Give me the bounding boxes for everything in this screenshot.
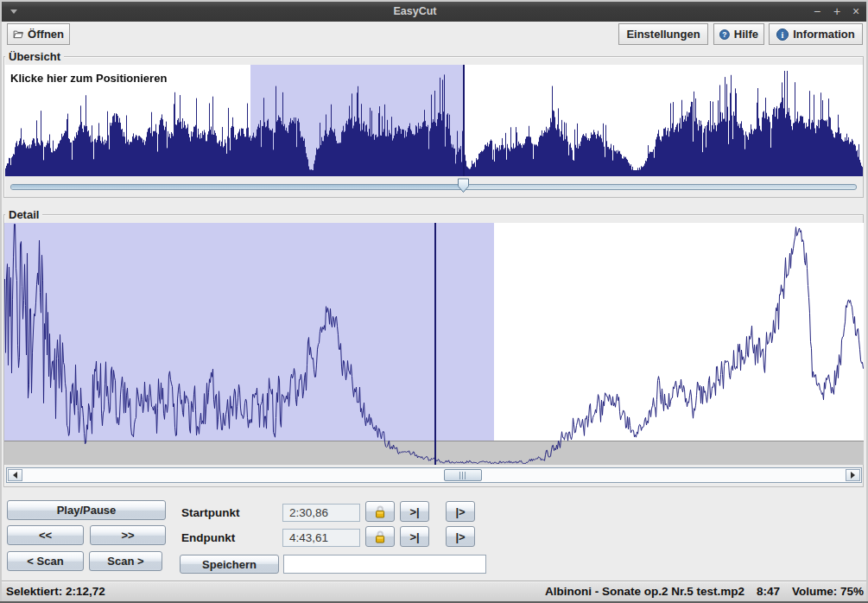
detail-group-label: Detail (5, 208, 42, 221)
right-arrow-icon (851, 472, 855, 479)
window-border-top (0, 0, 868, 2)
position-slider[interactable] (10, 184, 857, 190)
overview-cursor (463, 65, 465, 176)
status-track-name: Albinoni - Sonate op.2 Nr.5 test.mp2 (545, 585, 744, 598)
detail-waveform-panel[interactable] (4, 223, 864, 465)
scan-right-button[interactable]: Scan > (89, 551, 162, 571)
overview-hint: Klicke hier zum Positionieren (10, 72, 167, 85)
forward-button[interactable]: >> (90, 525, 166, 545)
help-icon: ? (719, 29, 730, 41)
open-button-label: Öffnen (28, 28, 64, 41)
app-window: EasyCut − + × Öffnen Einstellungen ? Hil… (0, 0, 868, 603)
endpoint-label: Endpunkt (181, 531, 235, 544)
svg-text:?: ? (722, 29, 726, 38)
scan-left-button[interactable]: < Scan (7, 551, 84, 571)
status-right: Albinoni - Sonate op.2 Nr.5 test.mp2 8:4… (545, 585, 864, 598)
maximize-button[interactable]: + (829, 3, 845, 19)
svg-text:i: i (782, 29, 784, 39)
left-arrow-icon (13, 472, 17, 479)
overview-group-label: Übersicht (5, 50, 64, 63)
status-bar: Selektiert: 2:12,72 Albinoni - Sonate op… (2, 581, 866, 601)
startpoint-lock-button[interactable] (365, 501, 395, 522)
status-volume: Volume: 75% (792, 585, 864, 598)
minimize-button[interactable]: − (809, 3, 825, 19)
lock-icon (374, 530, 386, 543)
info-button[interactable]: i Information (769, 23, 863, 45)
startpoint-set-marker-button[interactable]: >| (400, 501, 429, 522)
help-button[interactable]: ? Hilfe (713, 23, 764, 45)
close-button[interactable]: × (848, 3, 864, 19)
open-button[interactable]: Öffnen (7, 23, 70, 45)
window-title: EasyCut (2, 5, 828, 17)
scrollbar-thumb[interactable] (444, 469, 482, 481)
endpoint-set-marker-button[interactable]: >| (400, 526, 429, 547)
info-icon: i (776, 29, 789, 41)
help-button-label: Hilfe (734, 28, 758, 41)
startpoint-goto-marker-button[interactable]: |> (446, 501, 475, 522)
status-track-length: 8:47 (757, 585, 780, 598)
scrollbar-grip-icon (459, 472, 466, 479)
filename-input[interactable] (283, 555, 486, 574)
endpoint-field[interactable]: 4:43,61 (282, 529, 360, 547)
startpoint-label: Startpunkt (181, 506, 240, 519)
position-slider-fill (11, 185, 464, 189)
open-folder-icon (13, 29, 23, 40)
settings-button-label: Einstellungen (626, 28, 700, 41)
scroll-right-button[interactable] (846, 469, 860, 481)
endpoint-lock-button[interactable] (365, 526, 395, 547)
scroll-left-button[interactable] (8, 469, 22, 481)
save-button[interactable]: Speichern (180, 555, 279, 574)
lock-icon (374, 505, 386, 518)
settings-button[interactable]: Einstellungen (618, 23, 708, 45)
play-pause-button[interactable]: Play/Pause (7, 500, 166, 520)
detail-cursor (434, 223, 436, 465)
startpoint-field[interactable]: 2:30,86 (282, 504, 360, 522)
rewind-button[interactable]: << (7, 525, 84, 545)
detail-scrollbar[interactable] (6, 467, 862, 483)
position-slider-thumb[interactable] (457, 178, 470, 197)
endpoint-goto-marker-button[interactable]: |> (446, 526, 475, 547)
titlebar: EasyCut − + × (2, 2, 866, 22)
overview-waveform-panel[interactable]: Klicke hier zum Positionieren (5, 65, 863, 176)
status-selected: Selektiert: 2:12,72 (6, 585, 105, 598)
info-button-label: Information (793, 28, 855, 41)
window-border-left (0, 0, 2, 603)
